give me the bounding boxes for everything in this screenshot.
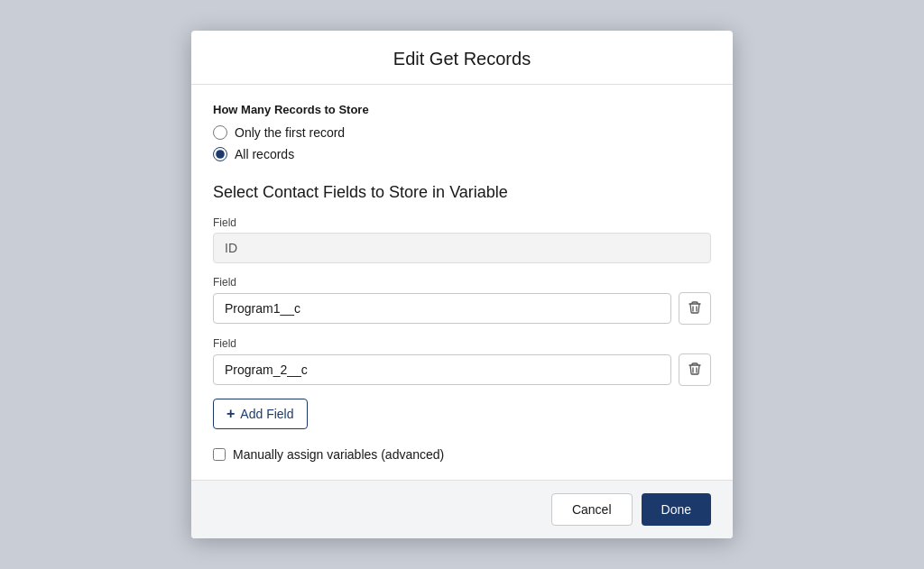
add-icon: + [226,407,235,421]
field-input-3[interactable] [213,354,671,385]
field-label-1: Field [213,216,711,229]
trash-icon-3 [688,362,702,379]
radio-first-record[interactable] [213,125,227,140]
manually-assign-row[interactable]: Manually assign variables (advanced) [213,447,711,462]
add-field-label: Add Field [240,407,293,421]
done-button[interactable]: Done [642,493,711,526]
radio-first-record-label: Only the first record [235,125,345,140]
field-label-2: Field [213,276,711,289]
field-group-2: Field [213,276,711,325]
radio-option-all[interactable]: All records [213,147,711,161]
fields-section-title: Select Contact Fields to Store in Variab… [213,183,711,202]
radio-group-records: Only the first record All records [213,125,711,161]
fields-section: Select Contact Fields to Store in Variab… [213,183,711,462]
modal-overlay: Edit Get Records How Many Records to Sto… [0,0,924,569]
records-store-label: How Many Records to Store [213,103,711,116]
delete-field-3-button[interactable] [679,353,711,386]
delete-field-2-button[interactable] [679,292,711,325]
trash-icon-2 [688,300,702,317]
modal-footer: Cancel Done [191,480,733,538]
cancel-button[interactable]: Cancel [551,493,633,526]
modal-header: Edit Get Records [191,31,733,85]
field-row-1 [213,233,711,263]
field-label-3: Field [213,337,711,350]
modal-title: Edit Get Records [213,49,711,69]
field-group-3: Field [213,337,711,386]
radio-option-first[interactable]: Only the first record [213,125,711,140]
manually-assign-checkbox[interactable] [213,448,226,461]
field-row-2 [213,292,711,325]
radio-all-records[interactable] [213,147,227,161]
add-field-button[interactable]: + Add Field [213,399,308,429]
field-row-3 [213,353,711,386]
field-input-1 [213,233,711,263]
modal-body: How Many Records to Store Only the first… [191,85,733,480]
radio-all-records-label: All records [235,147,294,161]
edit-get-records-modal: Edit Get Records How Many Records to Sto… [191,31,733,538]
field-group-1: Field [213,216,711,263]
records-store-section: How Many Records to Store Only the first… [213,103,711,161]
field-input-2[interactable] [213,293,671,324]
manually-assign-label: Manually assign variables (advanced) [233,447,444,462]
